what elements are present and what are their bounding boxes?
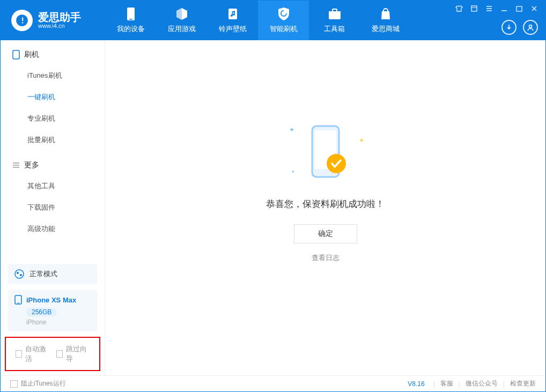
user-button[interactable] <box>523 20 538 35</box>
sidebar-item-itunes-flash[interactable]: iTunes刷机 <box>1 65 105 86</box>
footer: 阻止iTunes运行 V8.16 | 客服 | 微信公众号 | 检查更新 <box>1 375 545 391</box>
view-log-link[interactable]: 查看日志 <box>312 253 340 263</box>
section-title: 刷机 <box>24 50 39 60</box>
menu-lines-icon <box>12 161 20 169</box>
logo-icon <box>11 10 33 31</box>
highlighted-checkbox-row: 自动激活 跳过向导 <box>5 337 100 371</box>
footer-link-update[interactable]: 检查更新 <box>510 379 536 388</box>
body-area: 刷机 iTunes刷机 一键刷机 专业刷机 批量刷机 更多 其他工具 下载固件 … <box>1 40 545 375</box>
status-text: 正常模式 <box>29 269 57 279</box>
ok-button[interactable]: 确定 <box>294 224 357 243</box>
header-right <box>455 1 538 40</box>
download-button[interactable] <box>501 20 517 35</box>
logo-text: 爱思助手 www.i4.cn <box>38 12 81 29</box>
skip-guide-checkbox[interactable]: 跳过向导 <box>56 344 90 364</box>
tab-label: 应用游戏 <box>168 24 196 34</box>
tab-apps-games[interactable]: 应用游戏 <box>156 1 207 40</box>
storage-badge: 256GB <box>26 308 57 316</box>
close-icon[interactable] <box>530 5 538 14</box>
toolbox-icon <box>328 7 342 21</box>
success-message: 恭喜您，保资料刷机成功啦！ <box>266 198 385 210</box>
checkbox-icon <box>16 350 22 358</box>
maximize-icon[interactable] <box>515 5 523 14</box>
sidebar-item-advanced[interactable]: 高级功能 <box>1 218 105 240</box>
main-content: ✦ ✦ ✦ 恭喜您，保资料刷机成功啦！ 确定 查看日志 <box>105 40 545 375</box>
sidebar-item-other-tools[interactable]: 其他工具 <box>1 175 105 197</box>
device-card[interactable]: iPhone XS Max 256GB iPhone <box>8 290 97 331</box>
device-name: iPhone XS Max <box>14 295 91 305</box>
tab-my-device[interactable]: 我的设备 <box>105 1 156 40</box>
svg-point-12 <box>15 270 24 278</box>
svg-rect-5 <box>329 11 341 13</box>
sidebar-section-more: 更多 <box>1 151 105 175</box>
app-title: 爱思助手 <box>38 12 81 23</box>
svg-rect-1 <box>129 19 132 20</box>
block-itunes-checkbox[interactable]: 阻止iTunes运行 <box>10 379 66 388</box>
tab-store[interactable]: 爱思商城 <box>360 1 411 40</box>
app-subtitle: www.i4.cn <box>38 23 81 29</box>
shield-icon <box>277 7 290 21</box>
cube-icon <box>175 7 189 21</box>
success-illustration: ✦ ✦ ✦ <box>293 121 358 185</box>
minimize-icon[interactable] <box>500 5 508 14</box>
phone-outline-icon <box>12 50 20 60</box>
sidebar: 刷机 iTunes刷机 一键刷机 专业刷机 批量刷机 更多 其他工具 下载固件 … <box>1 40 105 375</box>
app-header: 爱思助手 www.i4.cn 我的设备 应用游戏 铃声壁纸 智能刷机 工具箱 爱… <box>1 1 545 40</box>
tab-label: 铃声壁纸 <box>219 24 247 34</box>
phone-icon <box>14 295 22 305</box>
tab-label: 我的设备 <box>117 24 145 34</box>
shirt-icon[interactable] <box>455 5 463 14</box>
window-controls <box>455 1 538 14</box>
sidebar-item-batch-flash[interactable]: 批量刷机 <box>1 129 105 151</box>
logo-area: 爱思助手 www.i4.cn <box>1 10 105 31</box>
svg-rect-9 <box>517 6 522 11</box>
main-tabs: 我的设备 应用游戏 铃声壁纸 智能刷机 工具箱 爱思商城 <box>105 1 411 40</box>
checkbox-icon <box>10 380 18 388</box>
tab-label: 工具箱 <box>324 24 345 34</box>
device-type: iPhone <box>26 319 91 326</box>
sidebar-item-onekey-flash[interactable]: 一键刷机 <box>1 86 105 108</box>
svg-point-10 <box>529 25 532 28</box>
svg-point-13 <box>17 272 19 274</box>
auto-activate-checkbox[interactable]: 自动激活 <box>16 344 49 364</box>
user-controls <box>501 20 538 40</box>
footer-right: V8.16 | 客服 | 微信公众号 | 检查更新 <box>408 379 536 388</box>
tab-toolbox[interactable]: 工具箱 <box>309 1 360 40</box>
section-title: 更多 <box>24 160 39 170</box>
svg-rect-6 <box>471 6 477 11</box>
sidebar-item-pro-flash[interactable]: 专业刷机 <box>1 108 105 129</box>
version-label: V8.16 <box>408 380 424 388</box>
svg-rect-0 <box>127 8 135 20</box>
svg-point-14 <box>20 274 22 276</box>
footer-link-wechat[interactable]: 微信公众号 <box>466 379 498 388</box>
music-icon <box>226 7 239 21</box>
status-card[interactable]: 正常模式 <box>8 264 97 284</box>
sidebar-item-download-firmware[interactable]: 下载固件 <box>1 197 105 218</box>
device-icon <box>126 7 136 21</box>
menu-icon[interactable] <box>470 5 478 14</box>
sidebar-section-flash: 刷机 <box>1 40 105 65</box>
footer-link-support[interactable]: 客服 <box>440 379 453 388</box>
bag-icon <box>379 7 392 21</box>
svg-point-19 <box>327 154 346 173</box>
tab-label: 爱思商城 <box>372 24 400 34</box>
status-icon <box>14 269 24 279</box>
sidebar-bottom: 正常模式 iPhone XS Max 256GB iPhone 自动激活 跳过向… <box>1 258 105 375</box>
tab-smart-flash[interactable]: 智能刷机 <box>258 1 309 40</box>
tab-label: 智能刷机 <box>270 24 298 34</box>
list-icon[interactable] <box>485 5 493 14</box>
checkbox-icon <box>56 350 63 358</box>
svg-rect-11 <box>13 50 19 59</box>
tab-ringtones[interactable]: 铃声壁纸 <box>207 1 258 40</box>
